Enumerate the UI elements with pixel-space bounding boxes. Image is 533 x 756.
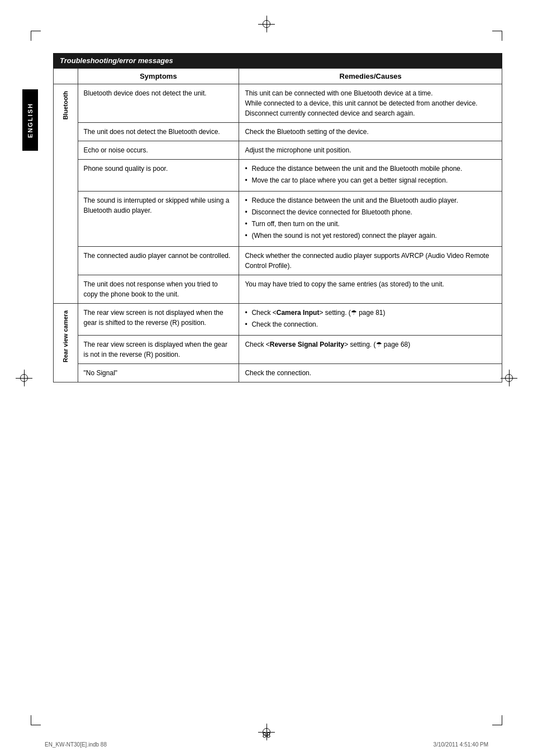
symptom-cell: Echo or noise occurs. (78, 141, 239, 160)
rear-camera-label-cell: Rear view camera (54, 304, 78, 382)
page: ENGLISH Troubleshooting/error messages S… (0, 0, 533, 756)
table-row: The rear view screen is displayed when t… (54, 336, 502, 364)
rear-camera-side-label: Rear view camera (59, 308, 72, 365)
table-header-row: Symptoms Remedies/Causes (54, 69, 502, 84)
symptom-cell: The unit does not detect the Bluetooth d… (78, 123, 239, 141)
symptom-cell: The sound is interrupted or skipped whil… (78, 192, 239, 247)
footer-left: EN_KW-NT30[E].indb 88 (45, 741, 107, 748)
list-item: Disconnect the device connected for Blue… (245, 207, 496, 217)
remedy-cell: Check <Camera Input> setting. (☂︎ page 8… (239, 304, 502, 336)
remedy-cell: Reduce the distance between the unit and… (239, 160, 502, 192)
table-row: The unit does not response when you trie… (54, 275, 502, 304)
english-bar: ENGLISH (22, 89, 38, 151)
list-item: Check the connection. (245, 319, 496, 329)
table-row: The unit does not detect the Bluetooth d… (54, 123, 502, 141)
title-text: Troubleshooting/error messages (60, 56, 173, 65)
remedy-cell: You may have tried to copy the same entr… (239, 275, 502, 304)
footer-right: 3/10/2011 4:51:40 PM (434, 741, 488, 748)
bluetooth-label-cell: Bluetooth (54, 84, 78, 304)
remedy-cell: Check the Bluetooth setting of the devic… (239, 123, 502, 141)
crosshair-left (16, 370, 32, 386)
remedy-cell: Check <Reverse Signal Polarity> setting.… (239, 336, 502, 364)
symptom-cell: The rear view screen is not displayed wh… (78, 304, 239, 336)
list-item: Reduce the distance between the unit and… (245, 195, 496, 205)
list-item: Move the car to place where you can get … (245, 175, 496, 185)
table-row: Rear view camera The rear view screen is… (54, 304, 502, 336)
crosshair-top (258, 16, 275, 32)
symptom-cell: Phone sound quality is poor. (78, 160, 239, 192)
remedy-cell: Adjust the microphone unit position. (239, 141, 502, 160)
bluetooth-side-label: Bluetooth (59, 88, 72, 122)
crosshair-right (501, 370, 517, 386)
col-remedies: Remedies/Causes (239, 69, 502, 84)
list-item: Reduce the distance between the unit and… (245, 164, 496, 174)
page-number: 88 (0, 731, 533, 739)
col-side-label (54, 69, 78, 84)
list-item: Turn off, then turn on the unit. (245, 219, 496, 229)
troubleshoot-table: Symptoms Remedies/Causes Bluetooth Bluet… (53, 68, 502, 382)
table-row: Echo or noise occurs. Adjust the microph… (54, 141, 502, 160)
table-row: The connected audio player cannot be con… (54, 247, 502, 275)
remedy-cell: Check the connection. (239, 364, 502, 382)
main-content: Troubleshooting/error messages Symptoms … (53, 53, 502, 722)
table-row: The sound is interrupted or skipped whil… (54, 192, 502, 247)
title-bar: Troubleshooting/error messages (53, 53, 502, 68)
remedy-cell: This unit can be connected with one Blue… (239, 84, 502, 123)
symptom-cell: The rear view screen is displayed when t… (78, 336, 239, 364)
table-row: Bluetooth Bluetooth device does not dete… (54, 84, 502, 123)
symptom-cell: "No Signal" (78, 364, 239, 382)
symptom-cell: Bluetooth device does not detect the uni… (78, 84, 239, 123)
table-row: "No Signal" Check the connection. (54, 364, 502, 382)
col-symptoms: Symptoms (78, 69, 239, 84)
symptom-cell: The connected audio player cannot be con… (78, 247, 239, 275)
remedy-cell: Check whether the connected audio player… (239, 247, 502, 275)
list-item: (When the sound is not yet restored) con… (245, 231, 496, 241)
remedy-cell: Reduce the distance between the unit and… (239, 192, 502, 247)
table-row: Phone sound quality is poor. Reduce the … (54, 160, 502, 192)
symptom-cell: The unit does not response when you trie… (78, 275, 239, 304)
list-item: Check <Camera Input> setting. (☂︎ page 8… (245, 308, 496, 318)
